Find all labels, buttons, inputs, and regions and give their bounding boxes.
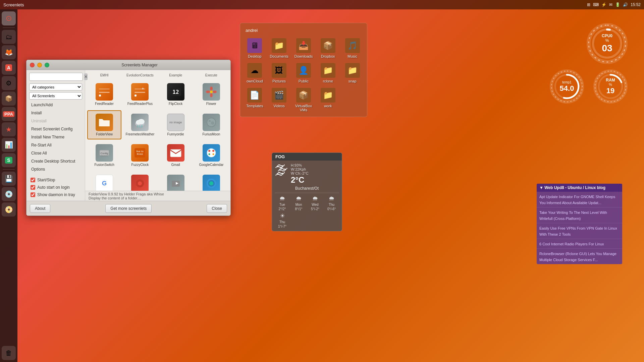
rss-item-4[interactable]: RcloneBrowser (Rclone GUI) Lets You Mana…: [537, 249, 622, 264]
screenlet-fusionswitch[interactable]: ConfigSwitch FusionSwitch: [87, 141, 121, 170]
sidebar-item-firefox[interactable]: 🦊: [2, 45, 16, 59]
desktop-icon-virtualboxvms[interactable]: 📦 VirtualBox VMs: [292, 86, 315, 113]
menu-launch-add[interactable]: Launch/Add: [29, 101, 82, 109]
screenlet-gmail[interactable]: Gmail: [159, 141, 193, 170]
desktop-icon-snap[interactable]: 📁 snap: [341, 62, 364, 84]
weather-temp: 2°C: [291, 175, 309, 185]
software-icon: A: [5, 64, 12, 71]
col-header-example: Example: [159, 72, 193, 78]
rss-item-1[interactable]: Take Your Writing To The Next Level With…: [537, 207, 622, 223]
sidebar-item-files[interactable]: 🗂: [2, 30, 16, 44]
sidebar-item-favorites[interactable]: ★: [2, 122, 16, 136]
sidebar-item-monitor[interactable]: 📊: [2, 138, 16, 152]
screenlet-grid-panel: EMHI EvolutionContacts Example Execute F…: [85, 70, 230, 191]
screenlet-folderview[interactable]: FolderView: [87, 110, 121, 139]
desktop-icon-label-owncloud: ownCloud: [247, 79, 263, 83]
menu-uninstall: Uninstall: [29, 117, 82, 125]
desktop-icon-label-work: work: [324, 104, 332, 108]
desktop-icon-desktop[interactable]: 🖥 Desktop: [244, 37, 266, 60]
topbar-clock: 15:52: [631, 2, 641, 7]
menu-restart-all[interactable]: Re-Start All: [29, 141, 82, 149]
svg-point-29: [208, 150, 210, 152]
screenlet-feedreaderplus[interactable]: + FeedReaderPlus: [123, 80, 157, 109]
desktop-icon-rclone[interactable]: 📁 rclone: [317, 62, 339, 84]
menu-options[interactable]: Options: [29, 166, 82, 173]
window-minimize-button[interactable]: [37, 63, 42, 67]
menu-reset-config[interactable]: Reset Screenlet Config: [29, 125, 82, 133]
screenlet-googlesearch[interactable]: G GoogleSearch: [87, 171, 121, 191]
filter-dropdown[interactable]: All Screenlets Running Screenlets: [29, 92, 82, 99]
rss-item-3[interactable]: 6 Cool Internet Radio Players For Linux: [537, 239, 622, 249]
sidebar-divider-2: [3, 169, 15, 170]
screenlet-flipclock[interactable]: 12 FlipClock: [159, 80, 193, 109]
topbar-network-icon: ⊞: [587, 2, 590, 7]
ram-gauge-value: 19: [606, 86, 614, 95]
col-header-execute: Execute: [194, 72, 228, 78]
screenlet-funnyordie[interactable]: no image Funnyordie: [159, 110, 193, 139]
desktop-icon-documents[interactable]: 📁 Documents: [268, 37, 290, 60]
col-header-emhi: EMHI: [87, 72, 121, 78]
checkbox-start-stop[interactable]: Start/Stop: [29, 177, 82, 183]
sidebar: ⊙ 🗂 🦊 A ⚙ 📦 PPA ★ 📊 S 💾 💿 📀 🗑: [0, 9, 17, 362]
screenlet-fuzzyclock[interactable]: five tothree FuzzyClock: [123, 141, 157, 170]
screenlet-feedreader[interactable]: FeedReader: [87, 80, 121, 109]
screenlet-hdrec3[interactable]: HdRec3: [194, 171, 228, 191]
svg-text:Switch: Switch: [101, 155, 108, 157]
desktop-icon-label-desktop: Desktop: [248, 54, 261, 58]
menu-create-shortcut[interactable]: Create Desktop Shortcut: [29, 158, 82, 165]
checkbox-show-daemon[interactable]: Show daemon in tray: [29, 191, 82, 198]
sidebar-item-software[interactable]: A: [2, 61, 16, 75]
hdrec3-icon: [203, 175, 220, 191]
sidebar-item-ubuntu[interactable]: ⊙: [2, 11, 16, 25]
sidebar-item-disk1[interactable]: 💾: [2, 172, 16, 186]
about-button[interactable]: About: [30, 204, 50, 213]
checkbox-autostart-input[interactable]: [31, 185, 35, 190]
screenlet-flower[interactable]: Flower: [194, 80, 228, 109]
hdrec2-icon: [167, 175, 184, 191]
sidebar-item-s[interactable]: S: [2, 153, 16, 167]
screenlet-hdrec[interactable]: HdRec: [123, 171, 157, 191]
sidebar-item-virtualbox[interactable]: 📦: [2, 92, 16, 106]
sidebar-item-ppa[interactable]: PPA: [2, 107, 16, 121]
get-more-screenlets-button[interactable]: Get more screenlets: [105, 204, 152, 213]
search-input[interactable]: [29, 73, 83, 81]
menu-close-all[interactable]: Close All: [29, 149, 82, 157]
menu-install[interactable]: Install: [29, 109, 82, 117]
desktop-icon-music[interactable]: 🎵 Music: [341, 37, 364, 60]
menu-install-theme[interactable]: Install New Theme: [29, 133, 82, 141]
desktop-icon-downloads[interactable]: 📥 Downloads: [292, 37, 315, 60]
screenlet-freemeteoweather[interactable]: FreemeteoWeather: [123, 110, 157, 139]
categories-dropdown[interactable]: All categories Clocks System Weather: [29, 83, 82, 90]
rss-item-0[interactable]: Apt Update Indicator For GNOME Shell Kee…: [537, 192, 622, 207]
checkbox-start-stop-input[interactable]: [31, 178, 35, 182]
ubuntu-icon: ⊙: [6, 14, 12, 23]
desktop-icon-pictures[interactable]: 🖼 Pictures: [268, 62, 290, 84]
rss-item-2[interactable]: Easily Use Free VPNs From VPN Gate In Li…: [537, 223, 622, 239]
sidebar-item-settings[interactable]: ⚙: [2, 76, 16, 90]
window-maximize-button[interactable]: [45, 63, 49, 67]
desktop-icon-work[interactable]: 📁 work: [317, 86, 339, 113]
screenlet-folderview-label: FolderView: [96, 132, 113, 136]
screenlet-hdrec2[interactable]: HdRec2: [159, 171, 193, 191]
forecast-tue-day: Tue: [279, 203, 285, 206]
sidebar-item-trash[interactable]: 🗑: [2, 346, 16, 360]
close-button[interactable]: Close: [207, 204, 227, 213]
svg-point-30: [212, 150, 214, 152]
feedreaderplus-icon: +: [131, 83, 149, 101]
screenlet-furiusmoon[interactable]: FuriusMoon: [194, 110, 228, 139]
rss-item-text-2: Easily Use Free VPNs From VPN Gate In Li…: [539, 226, 617, 236]
desktop-icon-label-downloads: Downloads: [294, 54, 313, 58]
desktop-icon-videos[interactable]: 🎬 Videos: [268, 86, 290, 113]
desktop-icon-templates[interactable]: 📄 Templates: [244, 86, 266, 113]
sidebar-item-disk2[interactable]: 💿: [2, 187, 16, 201]
desktop-icon-dropbox[interactable]: 📦 Dropbox: [317, 37, 339, 60]
sidebar-divider-1: [3, 27, 15, 28]
checkbox-autostart[interactable]: Auto start on login: [29, 184, 82, 191]
desktop-icon-owncloud[interactable]: ☁ ownCloud: [244, 62, 266, 84]
desktop-icon-public[interactable]: 👤 Public: [292, 62, 315, 84]
window-close-button[interactable]: [30, 63, 35, 67]
screenlet-googlecalendar[interactable]: GoogleCalendar: [194, 141, 228, 170]
checkbox-start-stop-label: Start/Stop: [37, 178, 55, 182]
checkbox-show-daemon-input[interactable]: [31, 192, 35, 197]
sidebar-item-disk3[interactable]: 📀: [2, 202, 16, 217]
